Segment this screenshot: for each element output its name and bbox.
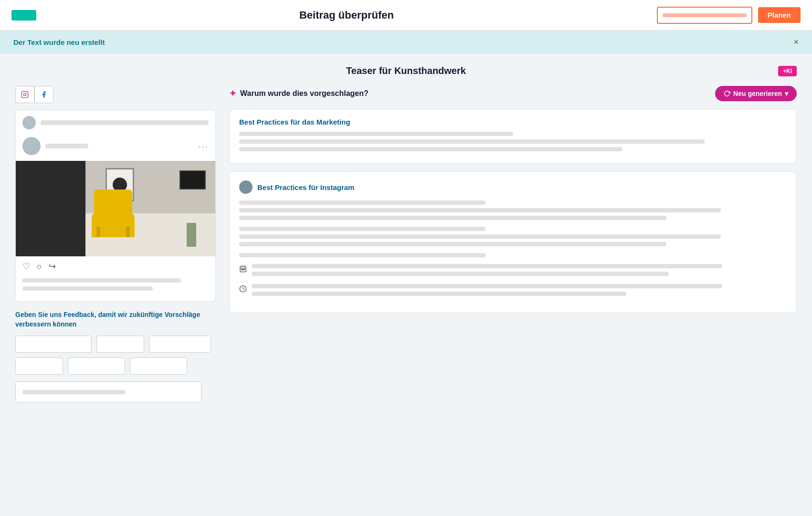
info-card2-clock-lines xyxy=(252,284,787,299)
feedback-text-input[interactable] xyxy=(15,381,201,402)
neu-generieren-label: Neu generieren xyxy=(733,90,782,97)
feedback-btn-6[interactable] xyxy=(130,358,187,375)
info-card2-section-gap-1 xyxy=(239,227,787,246)
regenerate-icon xyxy=(724,90,730,97)
svg-point-1 xyxy=(23,93,26,95)
info-card2-icon-section xyxy=(239,264,787,299)
header: Beitrag überprüfen Planen xyxy=(0,0,812,31)
card2-line-5 xyxy=(239,234,721,239)
info-card-marketing-title: Best Practices für das Marketing xyxy=(239,118,787,126)
feedback-buttons-row-1 xyxy=(15,336,216,353)
ki-badge[interactable]: +KI xyxy=(778,66,797,76)
why-title-text: Warum wurde dies vorgeschlagen? xyxy=(240,89,369,98)
card2-line-6 xyxy=(239,242,666,246)
clock-icon xyxy=(239,285,247,295)
preview-profile-left xyxy=(22,137,88,155)
info-card2-section-gap-2 xyxy=(239,253,787,257)
two-col-layout: ··· xyxy=(15,86,797,402)
header-input[interactable] xyxy=(657,7,752,24)
feedback-btn-2[interactable] xyxy=(96,336,144,353)
preview-text-lines xyxy=(16,276,215,301)
info-card-instagram: Best Practices für Instagram xyxy=(229,171,797,313)
card2-line-2 xyxy=(239,208,721,212)
feedback-btn-1[interactable] xyxy=(15,336,92,353)
facebook-icon-button[interactable] xyxy=(34,86,53,103)
chair-leg2 xyxy=(126,227,130,237)
feedback-btn-4[interactable] xyxy=(15,358,63,375)
section-title-row: Teaser für Kunsthandwerk +KI xyxy=(15,65,797,76)
calendar-icon xyxy=(239,265,247,274)
left-column: ··· xyxy=(15,86,216,402)
svg-rect-0 xyxy=(21,91,28,97)
logo xyxy=(11,10,36,21)
why-header: ✦ Warum wurde dies vorgeschlagen? Neu ge… xyxy=(229,86,797,101)
info-card-marketing: Best Practices für das Marketing xyxy=(229,109,797,164)
preview-card-header xyxy=(16,110,215,133)
svg-point-2 xyxy=(26,93,27,93)
info-card2-title: Best Practices für Instagram xyxy=(257,183,354,191)
card2-line-7 xyxy=(239,253,485,257)
info-card2-clock-row xyxy=(239,284,787,299)
share-icon[interactable]: ↪ xyxy=(49,261,56,272)
chair-seat xyxy=(92,213,135,237)
section-title: Teaser für Kunsthandwerk xyxy=(346,65,466,76)
notification-bar: Der Text wurde neu erstellt × xyxy=(0,31,812,54)
feedback-btn-5[interactable] xyxy=(68,358,125,375)
social-icons-row xyxy=(15,86,216,103)
preview-header-line xyxy=(41,120,209,125)
chair-scene xyxy=(16,161,215,256)
notification-text: Der Text wurde neu erstellt xyxy=(13,38,105,46)
tv-dark xyxy=(179,170,206,190)
preview-image xyxy=(16,161,215,256)
chair-yellow xyxy=(92,190,139,247)
feedback-input-row xyxy=(15,379,216,402)
preview-card: ··· xyxy=(15,110,216,302)
wall-dark xyxy=(16,161,85,256)
chair-leg1 xyxy=(96,227,100,237)
dropdown-chevron-icon: ▾ xyxy=(785,90,788,97)
info-card2-avatar xyxy=(239,180,253,194)
instagram-icon-button[interactable] xyxy=(15,86,34,103)
preview-actions: ♡ ○ ↪ xyxy=(16,256,215,276)
card2-line-3 xyxy=(239,216,666,220)
preview-avatar-small xyxy=(22,116,36,129)
card1-line-3 xyxy=(239,147,622,151)
heart-icon[interactable]: ♡ xyxy=(22,261,30,272)
right-column: ✦ Warum wurde dies vorgeschlagen? Neu ge… xyxy=(229,86,797,313)
comment-icon[interactable]: ○ xyxy=(37,262,42,272)
preview-dots-icon[interactable]: ··· xyxy=(198,141,209,152)
why-title: ✦ Warum wurde dies vorgeschlagen? xyxy=(229,88,369,99)
plant-vase xyxy=(187,223,196,247)
card2-cal-line-1 xyxy=(252,264,722,268)
header-actions: Planen xyxy=(657,7,801,24)
card2-line-1 xyxy=(239,200,485,205)
info-card2-header: Best Practices für Instagram xyxy=(239,180,787,194)
neu-generieren-button[interactable]: Neu generieren ▾ xyxy=(715,86,797,101)
preview-avatar-medium xyxy=(22,137,41,155)
preview-card-profile: ··· xyxy=(16,133,215,161)
card2-cal-line-2 xyxy=(252,272,669,276)
close-icon[interactable]: × xyxy=(793,37,799,47)
feedback-buttons-row-2 xyxy=(15,358,216,375)
card2-line-4 xyxy=(239,227,485,231)
preview-text-line-1 xyxy=(22,278,181,283)
svg-rect-8 xyxy=(243,269,243,270)
feedback-title: Geben Sie uns Feedback, damit wir zukünf… xyxy=(15,310,216,329)
main-content: Teaser für Kunsthandwerk +KI xyxy=(0,54,812,414)
feedback-section: Geben Sie uns Feedback, damit wir zukünf… xyxy=(15,310,216,402)
planen-button[interactable]: Planen xyxy=(758,7,801,23)
card1-line-2 xyxy=(239,139,705,144)
svg-rect-9 xyxy=(244,269,244,270)
info-card2-calendar-row xyxy=(239,264,787,279)
card2-clock-line-2 xyxy=(252,292,626,296)
info-card2-lines-1 xyxy=(239,200,787,220)
preview-name-line xyxy=(45,144,88,148)
page-title: Beitrag überprüfen xyxy=(36,9,657,21)
card2-clock-line-1 xyxy=(252,284,722,288)
preview-text-line-2 xyxy=(22,286,153,291)
feedback-btn-3[interactable] xyxy=(149,336,211,353)
svg-rect-7 xyxy=(242,269,242,270)
info-card2-calendar-lines xyxy=(252,264,787,279)
sparkle-icon: ✦ xyxy=(229,88,236,99)
card1-line-1 xyxy=(239,132,513,136)
